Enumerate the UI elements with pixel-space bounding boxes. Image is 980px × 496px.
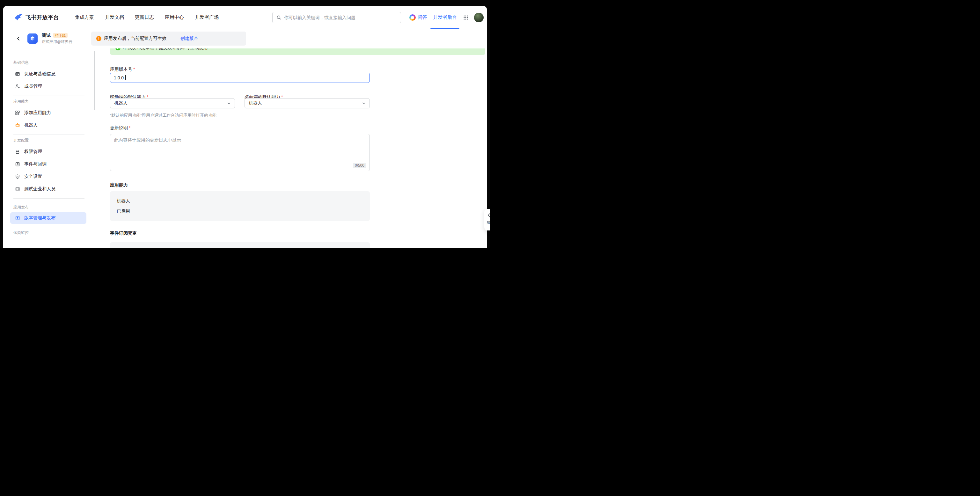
mobile-capability-value: 机器人 — [114, 100, 127, 106]
sidebar-item-events-callbacks[interactable]: 事件与回调 — [10, 158, 86, 170]
event-callback-icon — [15, 162, 20, 167]
sidebar-item-label: 成员管理 — [24, 84, 42, 89]
update-notes-wrapper: 0/500 — [110, 134, 370, 171]
version-input-wrapper — [110, 73, 370, 83]
avatar[interactable] — [474, 13, 484, 22]
sidebar-item-credentials[interactable]: 凭证与基础信息 — [10, 68, 86, 80]
events-section-title: 事件订阅变更 — [110, 231, 137, 236]
app-subtitle: 正式应用@环界云 — [42, 39, 72, 45]
app-icon — [27, 33, 38, 44]
nav-changelog[interactable]: 更新日志 — [135, 14, 154, 21]
nav-developer-plaza[interactable]: 开发者广场 — [195, 14, 219, 21]
nav-docs[interactable]: 开发文档 — [105, 14, 124, 21]
expand-panel-button[interactable]: 展开 — [484, 209, 490, 231]
capability-panel: 机器人 已启用 — [110, 191, 370, 221]
add-capability-icon — [15, 110, 20, 115]
sidebar-item-test-enterprise[interactable]: 测试企业和人员 — [10, 183, 86, 195]
search-box[interactable] — [272, 12, 401, 23]
required-mark: * — [129, 125, 130, 130]
update-notes-label: 更新说明* — [110, 125, 130, 131]
header-right: 问答 开发者后台 — [409, 6, 484, 29]
search-input[interactable] — [284, 15, 397, 20]
sidebar-scrollbar[interactable] — [94, 51, 95, 110]
sidebar-divider — [13, 198, 84, 199]
sidebar-item-members[interactable]: 成员管理 — [10, 80, 86, 92]
sidebar: 基础信息 凭证与基础信息 成员管理 应用能力 添加应用能力 — [3, 48, 99, 248]
double-chevron-left-icon — [487, 213, 490, 218]
version-label: 应用版本号* — [110, 67, 135, 72]
sidebar-item-label: 安全设置 — [24, 174, 42, 180]
qa-icon[interactable] — [409, 14, 416, 21]
member-icon — [15, 84, 20, 89]
required-mark: * — [133, 67, 135, 72]
sidebar-item-security[interactable]: 安全设置 — [10, 170, 86, 183]
sidebar-section-dev-config: 开发配置 — [13, 138, 86, 143]
sidebar-item-label: 凭证与基础信息 — [24, 71, 56, 77]
notice-bar: ! 应用发布后，当前配置方可生效 创建版本 — [91, 32, 246, 46]
screen: 本次发布免审核，提交发布后即可上线使用 应用版本号* 移动端的默认能力* 机器人… — [0, 0, 490, 248]
sidebar-section-monitoring: 运营监控 — [13, 231, 86, 235]
sidebar-item-label: 事件与回调 — [24, 161, 46, 167]
nav-app-center[interactable]: 应用中心 — [165, 14, 184, 21]
capability-section-title: 应用能力 — [110, 182, 128, 188]
app-titles: 测试 待上线 正式应用@环界云 — [42, 32, 72, 45]
status-badge: 待上线 — [53, 33, 68, 38]
credential-card-icon — [15, 72, 20, 76]
notice-text: 应用发布后，当前配置方可生效 — [104, 36, 166, 41]
top-header: 飞书开放平台 集成方案 开发文档 更新日志 应用中心 开发者广场 问答 开发者后… — [3, 6, 487, 29]
mobile-capability-select[interactable]: 机器人 — [110, 98, 235, 108]
sidebar-item-permissions[interactable]: 权限管理 — [10, 145, 86, 158]
sidebar-section-capabilities: 应用能力 — [13, 99, 86, 104]
app-bar: 测试 待上线 正式应用@环界云 ! 应用发布后，当前配置方可生效 创建版本 — [3, 29, 487, 48]
capability-status: 已启用 — [117, 208, 130, 214]
shield-icon — [15, 174, 20, 179]
sidebar-divider — [13, 227, 84, 227]
robot-icon — [15, 123, 20, 128]
desktop-capability-select[interactable]: 机器人 — [245, 98, 370, 108]
sidebar-item-label: 添加应用能力 — [24, 110, 51, 116]
apps-grid-icon[interactable] — [463, 15, 468, 20]
nav-integration[interactable]: 集成方案 — [75, 14, 94, 21]
brand[interactable]: 飞书开放平台 — [14, 13, 59, 22]
chevron-down-icon — [362, 101, 366, 105]
sidebar-item-bot[interactable]: 机器人 — [10, 119, 86, 131]
desktop-capability-value: 机器人 — [249, 100, 262, 106]
search-icon — [277, 15, 282, 20]
qa-link[interactable]: 问答 — [418, 14, 427, 21]
sidebar-item-label: 机器人 — [24, 122, 38, 128]
sidebar-item-version-release[interactable]: 版本管理与发布 — [10, 212, 86, 224]
version-input[interactable] — [110, 73, 369, 83]
code-brackets-icon — [15, 186, 20, 192]
update-notes-textarea[interactable] — [110, 134, 369, 171]
warning-icon: ! — [96, 36, 101, 41]
console-link[interactable]: 开发者后台 — [433, 6, 457, 29]
events-panel — [110, 242, 370, 248]
capability-name: 机器人 — [117, 198, 130, 204]
brand-title: 飞书开放平台 — [25, 14, 59, 21]
char-counter: 0/500 — [353, 163, 366, 168]
sidebar-item-label: 版本管理与发布 — [24, 215, 56, 221]
sidebar-item-label: 权限管理 — [24, 149, 42, 154]
publish-icon — [15, 216, 20, 221]
sidebar-section-basic-info: 基础信息 — [13, 60, 86, 65]
chevron-down-icon — [227, 101, 231, 105]
sidebar-item-add-capability[interactable]: 添加应用能力 — [10, 107, 86, 119]
sidebar-item-label: 测试企业和人员 — [24, 186, 56, 192]
primary-nav: 集成方案 开发文档 更新日志 应用中心 开发者广场 — [75, 14, 219, 21]
lock-icon — [15, 149, 20, 154]
feishu-logo-icon — [14, 13, 22, 22]
text-caret — [125, 75, 126, 80]
capability-hint: “默认的应用功能”即用户通过工作台访问应用时打开的功能 — [110, 113, 216, 118]
sidebar-divider — [13, 95, 84, 96]
back-button[interactable] — [16, 36, 21, 41]
create-version-link[interactable]: 创建版本 — [180, 36, 198, 41]
sidebar-section-release: 应用发布 — [13, 205, 86, 210]
app-name: 测试 — [42, 32, 51, 38]
app-window: 本次发布免审核，提交发布后即可上线使用 应用版本号* 移动端的默认能力* 机器人… — [3, 6, 487, 248]
expand-label: 展开 — [487, 220, 490, 225]
